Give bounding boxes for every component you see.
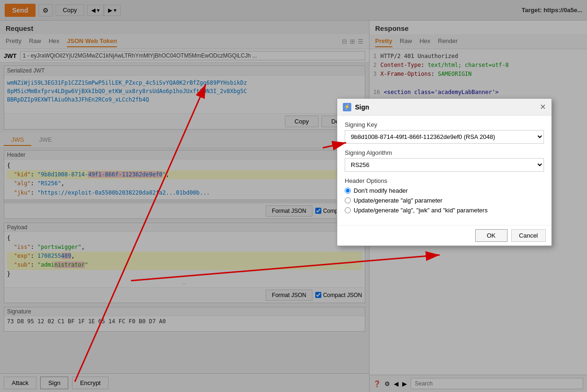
sign-modal: ⚡ Sign ✕ Signing Key 9b8d1008-8714-49f1-… (337, 98, 552, 246)
signing-algorithm-select[interactable]: RS256 (345, 158, 544, 172)
cancel-modal-button[interactable]: Cancel (511, 229, 546, 242)
signing-key-select[interactable]: 9b8d1008-8714-49f1-866f-112362de9ef0 (RS… (345, 130, 544, 144)
radio-option-0[interactable]: Don't modify header (345, 187, 544, 194)
radio-label-0: Don't modify header (354, 187, 408, 194)
radio-input-0[interactable] (345, 188, 351, 194)
modal-title: Sign (355, 103, 369, 111)
radio-option-1[interactable]: Update/generate "alg" parameter (345, 197, 544, 204)
modal-footer: OK Cancel (337, 225, 551, 246)
modal-icon: ⚡ (343, 103, 351, 111)
signing-key-label: Signing Key (345, 121, 544, 128)
modal-overlay: ⚡ Sign ✕ Signing Key 9b8d1008-8714-49f1-… (0, 0, 587, 392)
signing-algorithm-label: Signing Algorithm (345, 149, 544, 156)
radio-label-2: Update/generate "alg", "jwk" and "kid" p… (354, 207, 487, 214)
ok-button[interactable]: OK (475, 229, 507, 242)
modal-title-bar: ⚡ Sign ✕ (337, 99, 551, 116)
header-options-label: Header Options (345, 177, 544, 184)
radio-label-1: Update/generate "alg" parameter (354, 197, 442, 204)
radio-option-2[interactable]: Update/generate "alg", "jwk" and "kid" p… (345, 207, 544, 214)
modal-body: Signing Key 9b8d1008-8714-49f1-866f-1123… (337, 116, 551, 225)
radio-input-1[interactable] (345, 197, 351, 203)
radio-input-2[interactable] (345, 207, 351, 213)
radio-group: Don't modify header Update/generate "alg… (345, 187, 544, 214)
modal-close-button[interactable]: ✕ (540, 102, 546, 111)
